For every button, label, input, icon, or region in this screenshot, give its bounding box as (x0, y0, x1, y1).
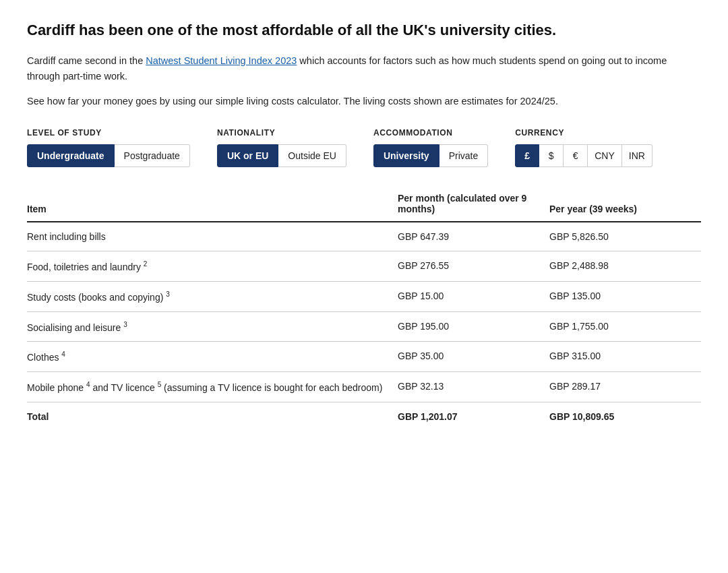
row-year-mobile: GBP 289.17 (549, 371, 701, 402)
row-item-food: Food, toiletries and laundry 2 (27, 251, 398, 282)
intro-paragraph-1: Cardiff came second in the Natwest Stude… (27, 53, 701, 84)
btn-inr[interactable]: INR (622, 144, 653, 167)
superscript-social: 3 (123, 321, 127, 328)
nationality-label: NATIONALITY (217, 128, 346, 138)
row-year-rent: GBP 5,826.50 (549, 222, 701, 251)
btn-cny[interactable]: CNY (588, 144, 622, 167)
row-year-social: GBP 1,755.00 (549, 311, 701, 342)
row-month-rent: GBP 647.39 (398, 222, 549, 251)
btn-gbp[interactable]: £ (515, 144, 539, 167)
superscript-clothes: 4 (61, 351, 65, 358)
btn-university[interactable]: University (373, 144, 439, 167)
page-heading: Cardiff has been one of the most afforda… (27, 20, 701, 41)
table-row-total: Total GBP 1,201.07 GBP 10,809.65 (27, 402, 701, 431)
cost-table: Item Per month (calculated over 9 months… (27, 186, 701, 430)
level-btn-group: Undergraduate Postgraduate (27, 144, 190, 167)
table-row: Food, toiletries and laundry 2 GBP 276.5… (27, 251, 701, 282)
row-item-clothes: Clothes 4 (27, 342, 398, 372)
col-header-month: Per month (calculated over 9 months) (398, 186, 549, 222)
intro-paragraph-2: See how far your money goes by using our… (27, 94, 701, 109)
accommodation-btn-group: University Private (373, 144, 488, 167)
table-row: Mobile phone 4 and TV licence 5 (assumin… (27, 371, 701, 402)
row-item-mobile: Mobile phone 4 and TV licence 5 (assumin… (27, 371, 398, 402)
btn-private[interactable]: Private (439, 144, 489, 167)
row-month-food: GBP 276.55 (398, 251, 549, 282)
table-row: Clothes 4 GBP 35.00 GBP 315.00 (27, 342, 701, 372)
nationality-filter: NATIONALITY UK or EU Outside EU (217, 128, 346, 167)
table-row: Rent including bills GBP 647.39 GBP 5,82… (27, 222, 701, 251)
btn-uk-eu[interactable]: UK or EU (217, 144, 278, 167)
btn-undergraduate[interactable]: Undergraduate (27, 144, 115, 167)
row-year-clothes: GBP 315.00 (549, 342, 701, 372)
btn-postgraduate[interactable]: Postgraduate (115, 144, 190, 167)
intro-text-before-link: Cardiff came second in the (27, 55, 146, 66)
level-of-study-filter: LEVEL OF STUDY Undergraduate Postgraduat… (27, 128, 190, 167)
superscript-food: 2 (144, 260, 148, 268)
row-month-total: GBP 1,201.07 (398, 402, 549, 431)
col-header-item: Item (27, 186, 398, 222)
nationality-btn-group: UK or EU Outside EU (217, 144, 346, 167)
table-row: Socialising and leisure 3 GBP 195.00 GBP… (27, 311, 701, 342)
row-item-total: Total (27, 402, 398, 431)
row-month-study: GBP 15.00 (398, 282, 549, 312)
superscript-study: 3 (166, 291, 170, 298)
row-year-food: GBP 2,488.98 (549, 251, 701, 282)
row-month-social: GBP 195.00 (398, 311, 549, 342)
row-year-study: GBP 135.00 (549, 282, 701, 312)
accommodation-filter: ACCOMMODATION University Private (373, 128, 488, 167)
btn-eur[interactable]: € (564, 144, 588, 167)
table-row: Study costs (books and copying) 3 GBP 15… (27, 282, 701, 312)
accommodation-label: ACCOMMODATION (373, 128, 488, 138)
superscript-tv: 5 (158, 381, 162, 388)
currency-btn-group: £ $ € CNY INR (515, 144, 653, 167)
filter-row: LEVEL OF STUDY Undergraduate Postgraduat… (27, 128, 701, 167)
calculator-section: LEVEL OF STUDY Undergraduate Postgraduat… (27, 128, 701, 430)
row-month-mobile: GBP 32.13 (398, 371, 549, 402)
superscript-mobile: 4 (86, 381, 90, 388)
col-header-year: Per year (39 weeks) (549, 186, 701, 222)
row-item-study: Study costs (books and copying) 3 (27, 282, 398, 312)
level-label: LEVEL OF STUDY (27, 128, 190, 138)
row-year-total: GBP 10,809.65 (549, 402, 701, 431)
row-item-social: Socialising and leisure 3 (27, 311, 398, 342)
currency-label: CURRENCY (515, 128, 653, 138)
currency-filter: CURRENCY £ $ € CNY INR (515, 128, 653, 167)
btn-usd[interactable]: $ (539, 144, 564, 167)
btn-outside-eu[interactable]: Outside EU (278, 144, 346, 167)
row-item-rent: Rent including bills (27, 222, 398, 251)
row-month-clothes: GBP 35.00 (398, 342, 549, 372)
natwest-link[interactable]: Natwest Student Living Index 2023 (146, 55, 297, 66)
